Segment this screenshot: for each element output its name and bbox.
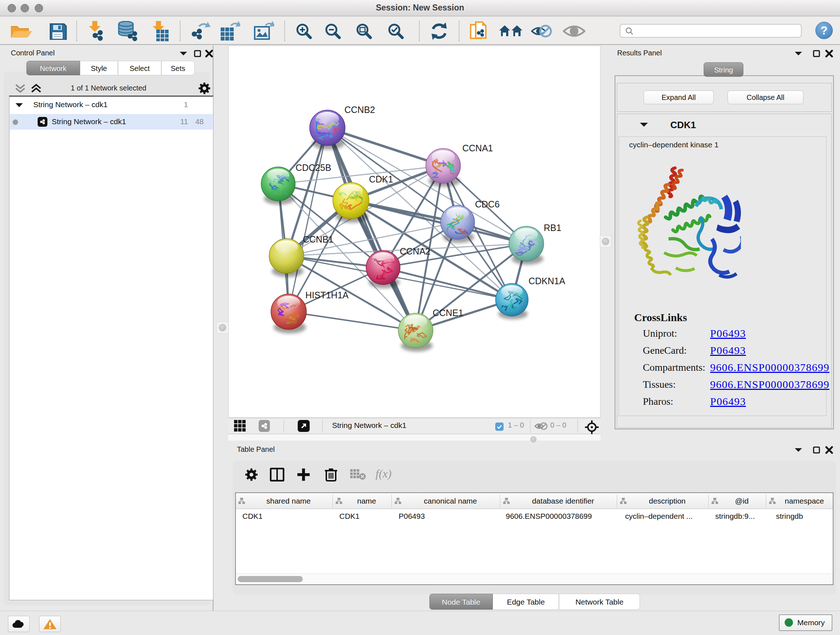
svg-text:CCNA2: CCNA2 xyxy=(400,246,431,256)
svg-text:CCNE1: CCNE1 xyxy=(433,308,463,318)
svg-text:HIST1H1A: HIST1H1A xyxy=(305,290,349,300)
svg-text:CCNA1: CCNA1 xyxy=(462,143,493,153)
svg-text:CDKN1A: CDKN1A xyxy=(529,276,565,286)
svg-text:CDC25B: CDC25B xyxy=(295,163,332,173)
svg-text:CDC6: CDC6 xyxy=(475,199,500,209)
svg-text:CDK1: CDK1 xyxy=(369,174,393,184)
svg-text:CCNB1: CCNB1 xyxy=(303,234,333,244)
svg-text:RB1: RB1 xyxy=(544,223,561,233)
svg-text:CCNB2: CCNB2 xyxy=(344,105,375,115)
